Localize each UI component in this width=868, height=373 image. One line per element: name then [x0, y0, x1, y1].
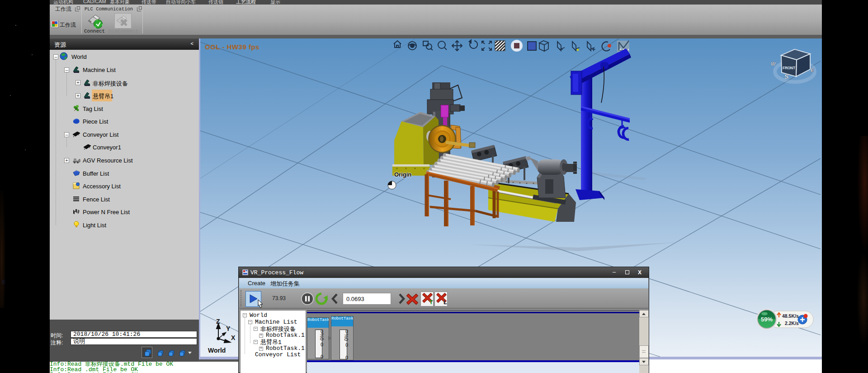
svg-text:59%: 59%: [761, 316, 773, 323]
svg-text:OGL - HW39 fps: OGL - HW39 fps: [205, 43, 259, 51]
svg-text:Y: Y: [226, 325, 231, 332]
svg-text:FRONT: FRONT: [783, 66, 796, 70]
svg-text:W: W: [771, 61, 776, 67]
svg-text:E: E: [811, 67, 814, 73]
svg-text:2.2K/s: 2.2K/s: [785, 320, 799, 326]
svg-text:X: X: [231, 334, 236, 341]
svg-text:Z: Z: [216, 318, 220, 325]
svg-text:S: S: [784, 73, 789, 80]
svg-text:World: World: [208, 347, 226, 354]
svg-text:Origin: Origin: [394, 171, 411, 178]
svg-text:48.5K/s: 48.5K/s: [782, 313, 799, 319]
